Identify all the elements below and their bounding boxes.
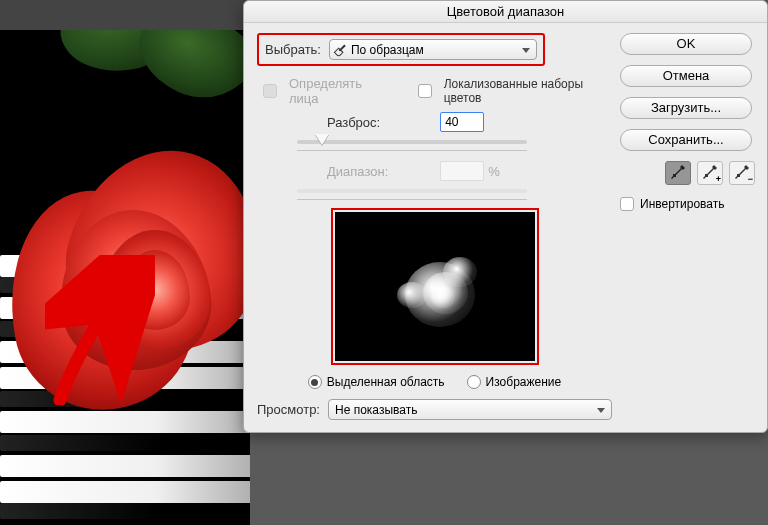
eyedropper-icon: [670, 165, 686, 181]
range-input: [440, 161, 484, 181]
select-row-highlight: Выбрать: По образцам: [257, 33, 545, 66]
preview-mode-dropdown[interactable]: Не показывать: [328, 399, 612, 420]
select-value: По образцам: [351, 43, 424, 57]
selection-preview[interactable]: [335, 212, 535, 361]
eyedropper-subtract-button[interactable]: −: [729, 161, 755, 185]
detect-faces-checkbox: [263, 84, 277, 98]
fuzziness-input[interactable]: 40: [440, 112, 484, 132]
localized-clusters-checkbox[interactable]: [418, 84, 432, 98]
dialog-title: Цветовой диапазон: [244, 1, 767, 23]
range-unit: %: [488, 164, 500, 179]
load-button[interactable]: Загрузить...: [620, 97, 752, 119]
preview-mode-label: Просмотр:: [257, 402, 320, 417]
detect-faces-label: Определять лица: [289, 76, 388, 106]
select-dropdown[interactable]: По образцам: [329, 39, 537, 60]
range-label: Диапазон:: [327, 164, 388, 179]
color-range-dialog: Цветовой диапазон Выбрать: По образцам О…: [243, 0, 768, 433]
radio-selection[interactable]: Выделенная область: [308, 375, 445, 389]
fuzziness-slider[interactable]: [297, 140, 527, 144]
select-label: Выбрать:: [265, 42, 321, 57]
eyedropper-sample-button[interactable]: [665, 161, 691, 185]
slider-thumb[interactable]: [315, 134, 329, 145]
eyedropper-add-button[interactable]: +: [697, 161, 723, 185]
fuzziness-label: Разброс:: [327, 115, 380, 130]
source-image[interactable]: [0, 30, 250, 525]
eyedropper-icon: [334, 42, 350, 58]
invert-label: Инвертировать: [640, 197, 725, 211]
save-button[interactable]: Сохранить...: [620, 129, 752, 151]
canvas-background: [0, 0, 250, 525]
radio-image[interactable]: Изображение: [467, 375, 562, 389]
range-slider: [297, 189, 527, 193]
localized-clusters-label: Локализованные наборы цветов: [444, 77, 612, 105]
cancel-button[interactable]: Отмена: [620, 65, 752, 87]
rose: [10, 150, 250, 410]
ok-button[interactable]: OK: [620, 33, 752, 55]
preview-highlight: [331, 208, 539, 365]
invert-checkbox[interactable]: [620, 197, 634, 211]
